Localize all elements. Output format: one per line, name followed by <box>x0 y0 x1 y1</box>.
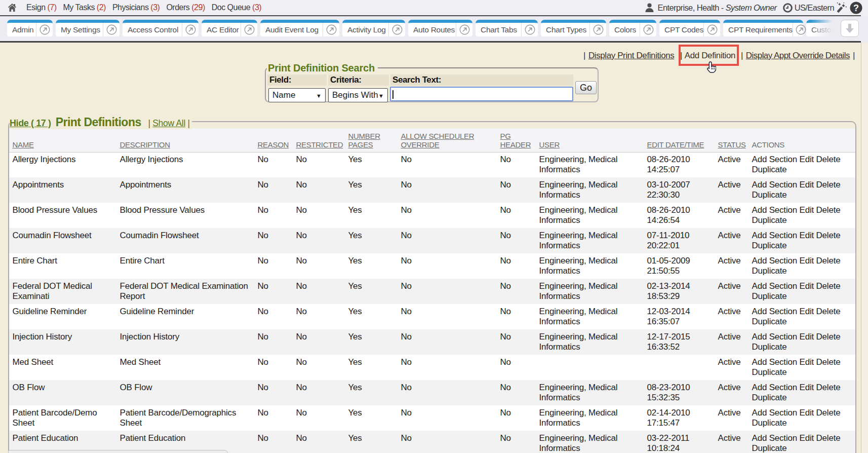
svg-text:?: ? <box>853 3 859 13</box>
